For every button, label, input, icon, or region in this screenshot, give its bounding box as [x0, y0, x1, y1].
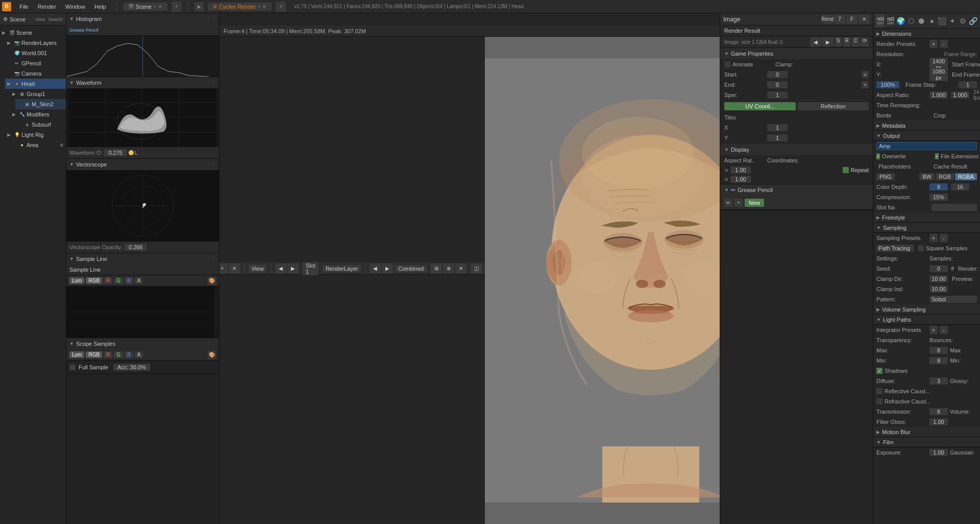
rgb-btn2[interactable]: RGB [86, 351, 102, 358]
refractive-check[interactable] [876, 398, 883, 404]
light-paths-header[interactable]: ▼ Light Paths [873, 315, 980, 325]
percent-value[interactable]: 100% [876, 81, 899, 88]
prev-frame-btn[interactable]: ◀ [275, 264, 286, 274]
integrator-plus[interactable]: + [929, 326, 938, 334]
particle-prop-icon[interactable]: ✦ [948, 14, 957, 28]
sample-line-menu-btn[interactable]: ⋮⋮ [207, 256, 216, 261]
render-presets-plus[interactable]: + [929, 40, 938, 48]
motion-blur-header[interactable]: ▶ Motion Blur [873, 427, 980, 437]
dimensions-header[interactable]: ▶ Dimensions [873, 29, 980, 39]
waveform-value-field[interactable]: 0.275 [104, 149, 127, 156]
diffuse-value[interactable]: 3 [929, 377, 948, 385]
zoom-btn[interactable]: ◫ [471, 264, 482, 274]
constraint-prop-icon[interactable]: 🔗 [969, 14, 978, 28]
aspect-x-value[interactable]: 1.00 [730, 166, 751, 174]
aspect-y-value[interactable]: 1.00 [730, 176, 751, 183]
img-reload-btn[interactable]: ⟳ [861, 37, 869, 46]
scene-tab[interactable]: 🎬 Scene + ✕ [123, 3, 167, 11]
rgb-out-btn[interactable]: RGB [936, 173, 954, 180]
sample-line-header[interactable]: ▼ Sample Line ⋮⋮ [66, 253, 219, 265]
rend-btn[interactable]: Rend [822, 15, 833, 24]
next-img-btn[interactable]: ▶ [822, 37, 834, 46]
prev-img-btn[interactable]: ◀ [810, 37, 821, 46]
file-ext-check[interactable]: ✓ [935, 153, 939, 159]
sampling-presets-plus[interactable]: + [929, 234, 938, 242]
tree-item-subsurf[interactable]: ◈ Subsurf [15, 120, 66, 130]
rgb-btn[interactable]: RGB [86, 277, 102, 284]
reflection-btn[interactable]: Reflection [798, 102, 869, 110]
color-depth-16[interactable]: 16 [951, 183, 969, 190]
game-properties-header[interactable]: ▼ Game Properties [720, 48, 873, 59]
waveform-header[interactable]: ▼ Waveform ⋮⋮ [66, 77, 219, 88]
histogram-header[interactable]: ▼ Histogram ⋮⋮ [66, 13, 219, 25]
waveform-menu-btn[interactable]: ⋮⋮ [207, 80, 216, 85]
transmission-value[interactable]: 8 [929, 408, 948, 415]
path-tracing-dropdown[interactable]: Path Tracing [876, 245, 914, 252]
b-btn2[interactable]: B [125, 351, 133, 358]
seed-value[interactable]: 0 [929, 265, 948, 272]
sampling-presets-minus[interactable]: - [940, 234, 948, 242]
menu-render[interactable]: Render [34, 3, 60, 11]
image-icon-f[interactable]: F [846, 15, 857, 24]
slot-field[interactable]: Slot 1 [303, 262, 318, 275]
compression-value[interactable]: 15% [929, 194, 948, 201]
display-btn3[interactable]: ✕ [455, 264, 467, 274]
mesh-prop-icon[interactable]: ⬢ [917, 14, 926, 28]
seed-cycle-btn[interactable]: ↺ [951, 266, 954, 272]
y-check[interactable]: Y [862, 81, 869, 88]
ri-btn-2[interactable]: + [219, 264, 228, 274]
menu-file[interactable]: File [15, 3, 33, 11]
trans-min-value[interactable]: 8 [929, 357, 948, 364]
clamp-ind-value[interactable]: 10.00 [929, 285, 948, 293]
scene-prop-icon[interactable]: 🎬 [886, 14, 895, 28]
vectorscope-header[interactable]: ▼ Vectorscope ⋮⋮ [66, 159, 219, 170]
tree-item-mskin2[interactable]: ▣ M_Skin2 [15, 99, 66, 109]
r-btn[interactable]: R [104, 277, 112, 284]
y-tile-value[interactable]: 1 [767, 134, 788, 141]
acc-field[interactable]: Acc: 30.0% [113, 364, 150, 371]
prev-pass-btn[interactable]: ◀ [370, 264, 381, 274]
color-picker-icon2[interactable]: 🎨 [208, 351, 216, 359]
full-sample-check[interactable]: □ [69, 364, 76, 370]
render-presets-minus[interactable]: - [940, 40, 948, 48]
render-prop-icon[interactable]: 🎬 [875, 14, 885, 28]
clamp-dir-value[interactable]: 10.00 [929, 275, 948, 282]
search-btn[interactable]: Search [48, 17, 63, 22]
tree-item-gpencil[interactable]: ✏ GPencil [5, 58, 66, 68]
pattern-value[interactable]: Sobol [929, 296, 977, 303]
output-path-field[interactable]: Amp [876, 142, 977, 150]
g-btn2[interactable]: G [114, 351, 123, 358]
img-option-btn[interactable]: S [835, 37, 842, 46]
tree-item-camera[interactable]: 📷 Camera [5, 68, 66, 79]
frame-step-value[interactable]: 1 [959, 81, 977, 88]
volume-sampling-header[interactable]: ▶ Volume Sampling [873, 304, 980, 315]
tree-item-area[interactable]: ● Area ⊕ [10, 140, 66, 150]
next-frame-btn[interactable]: ▶ [287, 264, 299, 274]
aspect-x-val[interactable]: 1.000 [929, 91, 948, 99]
view-mode-btn[interactable]: View [249, 265, 267, 273]
exposure-value[interactable]: 1.00 [929, 449, 948, 456]
png-btn[interactable]: PNG [876, 173, 895, 180]
display-header[interactable]: ▼ Display [720, 144, 873, 155]
display-btn1[interactable]: ⊞ [431, 264, 442, 274]
img-c-btn[interactable]: C [852, 37, 860, 46]
world-prop-icon[interactable]: 🌍 [896, 14, 905, 28]
ri-btn-3[interactable]: ✕ [229, 264, 240, 274]
speed-value[interactable]: 1 [767, 91, 788, 99]
add-workspace-btn[interactable]: + [276, 2, 286, 12]
image-icon-7[interactable]: 7 [834, 15, 845, 24]
object-prop-icon[interactable]: ⬡ [906, 14, 916, 28]
a-btn2[interactable]: A [135, 351, 143, 358]
color-depth-8[interactable]: 8 [929, 183, 948, 190]
repeat-check[interactable] [843, 167, 849, 173]
vectorscope-value-field[interactable]: 0.266 [125, 244, 147, 251]
tree-item-scene[interactable]: ▶ 🎬 Scene [0, 28, 66, 38]
filter-gloss-value[interactable]: 1.00 [929, 418, 948, 425]
aspect-y-val[interactable]: 1.000 [951, 91, 969, 99]
uv-coord-btn[interactable]: UV Coord... [724, 102, 796, 110]
scope-samples-header[interactable]: ▼ Scope Samples ⋮⋮ [66, 338, 219, 349]
combined-field[interactable]: Combined [395, 265, 427, 272]
x-check[interactable]: X [862, 71, 869, 78]
reflective-check[interactable] [876, 388, 883, 394]
img-rgbcycle-btn[interactable]: R [843, 37, 851, 46]
